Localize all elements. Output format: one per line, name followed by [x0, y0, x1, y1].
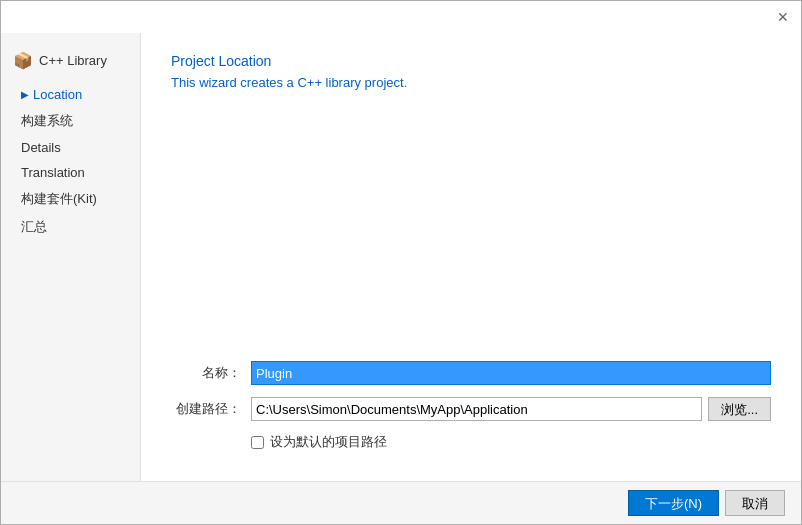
- default-path-label[interactable]: 设为默认的项目路径: [270, 433, 387, 451]
- cancel-button[interactable]: 取消: [725, 490, 785, 516]
- sidebar-header-label: C++ Library: [39, 53, 107, 68]
- default-path-checkbox[interactable]: [251, 436, 264, 449]
- dialog-body: 📦 C++ Library Location 构建系统 Details Tran…: [1, 33, 801, 481]
- path-label: 创建路径：: [171, 400, 241, 418]
- path-input[interactable]: [251, 397, 702, 421]
- section-title: Project Location: [171, 53, 771, 69]
- name-label: 名称：: [171, 364, 241, 382]
- main-content: Project Location This wizard creates a C…: [141, 33, 801, 481]
- path-row: 创建路径： 浏览...: [171, 397, 771, 421]
- footer: 下一步(N) 取消: [1, 481, 801, 524]
- cpp-library-icon: 📦: [13, 51, 33, 70]
- section-desc: This wizard creates a C++ library projec…: [171, 75, 771, 90]
- sidebar-item-label-details: Details: [21, 140, 61, 155]
- next-button[interactable]: 下一步(N): [628, 490, 719, 516]
- sidebar-item-translation[interactable]: Translation: [1, 160, 140, 185]
- form-area: 名称： 创建路径： 浏览... 设为默认的项目路径: [171, 361, 771, 461]
- title-bar: ✕: [1, 1, 801, 33]
- sidebar-item-label-location: Location: [33, 87, 82, 102]
- sidebar-item-label-translation: Translation: [21, 165, 85, 180]
- dialog: ✕ 📦 C++ Library Location 构建系统 Details Tr…: [0, 0, 802, 525]
- sidebar-item-kit[interactable]: 构建套件(Kit): [1, 185, 140, 213]
- sidebar: 📦 C++ Library Location 构建系统 Details Tran…: [1, 33, 141, 481]
- name-input[interactable]: [251, 361, 771, 385]
- browse-button[interactable]: 浏览...: [708, 397, 771, 421]
- sidebar-item-summary[interactable]: 汇总: [1, 213, 140, 241]
- close-button[interactable]: ✕: [773, 7, 793, 27]
- name-row: 名称：: [171, 361, 771, 385]
- sidebar-item-label-kit: 构建套件(Kit): [21, 190, 97, 208]
- sidebar-item-label-build-system: 构建系统: [21, 112, 73, 130]
- sidebar-item-location[interactable]: Location: [1, 82, 140, 107]
- sidebar-item-build-system[interactable]: 构建系统: [1, 107, 140, 135]
- sidebar-item-label-summary: 汇总: [21, 218, 47, 236]
- sidebar-item-details[interactable]: Details: [1, 135, 140, 160]
- checkbox-row: 设为默认的项目路径: [251, 433, 771, 451]
- sidebar-header: 📦 C++ Library: [1, 43, 140, 82]
